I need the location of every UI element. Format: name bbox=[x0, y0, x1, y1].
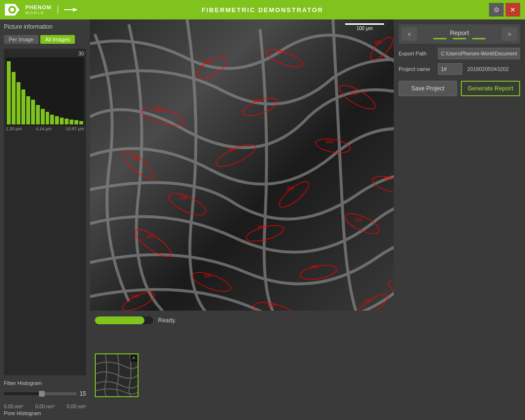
histogram-max-value: 30 bbox=[6, 51, 84, 56]
report-next-button[interactable]: > bbox=[502, 27, 517, 41]
pore-values: 0.00 nm² 0.00 nm² 0.00 nm² bbox=[4, 404, 86, 409]
report-dot-2 bbox=[453, 38, 466, 39]
thumbnail-1[interactable]: ✕ bbox=[95, 353, 139, 397]
scale-bar: 100 μm bbox=[345, 23, 384, 31]
hist-label-mid: 4.14 μm bbox=[36, 126, 52, 131]
scale-bar-line bbox=[345, 23, 384, 25]
svg-text:200: 200 bbox=[326, 140, 333, 144]
report-prev-button[interactable]: < bbox=[402, 27, 417, 41]
report-nav: < Report > bbox=[399, 24, 520, 44]
svg-text:200: 200 bbox=[374, 40, 382, 45]
status-bar: Ready. bbox=[90, 311, 394, 330]
histogram-bar bbox=[50, 115, 54, 124]
histogram-bar bbox=[60, 118, 64, 124]
export-path-label: Export Path bbox=[399, 51, 435, 56]
report-dots bbox=[417, 38, 502, 39]
project-date: 20180205043202 bbox=[467, 66, 509, 72]
logo-separator bbox=[57, 5, 58, 14]
logo-phenom-text: PHENOM bbox=[25, 4, 52, 11]
hist-label-max: 10.87 μm bbox=[66, 126, 84, 131]
save-project-button[interactable]: Save Project bbox=[399, 81, 457, 96]
svg-text:200: 200 bbox=[267, 303, 275, 308]
close-button[interactable]: ✕ bbox=[506, 3, 520, 17]
svg-text:200: 200 bbox=[277, 50, 284, 54]
fiber-slider[interactable]: 15 bbox=[4, 390, 86, 397]
histogram-bar bbox=[7, 61, 11, 124]
project-name-input[interactable] bbox=[438, 63, 462, 75]
progress-bar-fill bbox=[95, 316, 144, 324]
svg-text:200: 200 bbox=[258, 225, 265, 229]
histogram-bar bbox=[70, 120, 73, 124]
tab-row: Per Image All Images bbox=[4, 35, 86, 44]
pore-section: 0.00 nm² 0.00 nm² 0.00 nm² Pore Histogra… bbox=[4, 404, 86, 416]
histogram-bar bbox=[12, 72, 16, 124]
thumbnail-close[interactable]: ✕ bbox=[130, 355, 137, 362]
logo-icon bbox=[5, 4, 19, 16]
svg-text:200: 200 bbox=[156, 108, 163, 113]
logo-arrow-icon bbox=[64, 7, 78, 12]
export-path-input[interactable] bbox=[438, 48, 520, 59]
tab-per-image[interactable]: Per Image bbox=[4, 35, 38, 44]
histogram-bar bbox=[36, 105, 40, 124]
histogram-bar bbox=[65, 119, 69, 124]
svg-text:200: 200 bbox=[350, 91, 357, 96]
histogram-bar bbox=[26, 96, 30, 124]
export-row: Export Path bbox=[399, 48, 520, 59]
logo-world-text: WORLD bbox=[25, 11, 52, 16]
center-area: 200 200 200 200 200 200 200 200 200 200 … bbox=[90, 19, 394, 420]
fiber-histogram-label: Fiber Histogram bbox=[4, 380, 86, 386]
svg-point-1 bbox=[10, 8, 14, 12]
app-logo: PHENOM WORLD bbox=[5, 4, 78, 16]
fiber-slider-value: 15 bbox=[80, 390, 86, 397]
histogram-bar bbox=[55, 116, 59, 124]
report-label: Report bbox=[417, 29, 502, 36]
svg-point-9 bbox=[336, 81, 379, 113]
generate-report-button[interactable]: Generate Report bbox=[461, 81, 520, 96]
tab-all-images[interactable]: All Images bbox=[40, 35, 75, 44]
settings-button[interactable]: ⚙ bbox=[489, 3, 504, 17]
pore-val-1: 0.00 nm² bbox=[4, 404, 23, 409]
svg-text:200: 200 bbox=[365, 298, 372, 303]
histogram-labels: 1.20 μm 4.14 μm 10.87 μm bbox=[6, 126, 84, 131]
histogram-bar bbox=[79, 121, 83, 124]
histogram-bar bbox=[21, 89, 25, 124]
svg-text:200: 200 bbox=[131, 157, 139, 161]
svg-text:200: 200 bbox=[204, 59, 211, 64]
picture-info-label: Picture information bbox=[4, 23, 86, 30]
svg-text:200: 200 bbox=[180, 195, 187, 200]
pore-val-2: 0.00 nm² bbox=[35, 404, 54, 409]
fiber-slider-track bbox=[4, 392, 77, 395]
sem-image-container: 200 200 200 200 200 200 200 200 200 200 … bbox=[90, 19, 394, 311]
report-dot-3 bbox=[472, 38, 486, 39]
histogram-bar bbox=[17, 82, 20, 124]
svg-text:200: 200 bbox=[287, 186, 294, 191]
histogram-bars bbox=[6, 57, 84, 125]
app-title: FIBERMETRIC DEMONSTRATOR bbox=[202, 6, 323, 14]
titlebar: PHENOM WORLD FIBERMETRIC DEMONSTRATOR ⚙ … bbox=[0, 0, 525, 19]
right-panel: < Report > Export Path Project name bbox=[394, 19, 525, 420]
progress-bar bbox=[95, 316, 153, 324]
svg-text:200: 200 bbox=[253, 98, 260, 103]
fiber-overlay: 200 200 200 200 200 200 200 200 200 200 … bbox=[90, 19, 394, 311]
report-nav-top: < Report > bbox=[402, 27, 517, 41]
thumbnail-strip: ✕ bbox=[90, 330, 394, 420]
hist-label-min: 1.20 μm bbox=[6, 126, 22, 131]
status-text: Ready. bbox=[158, 317, 176, 324]
svg-text:200: 200 bbox=[355, 217, 362, 222]
histogram-bar bbox=[31, 100, 35, 124]
report-dot-1 bbox=[433, 38, 447, 39]
svg-marker-3 bbox=[73, 8, 78, 12]
svg-text:200: 200 bbox=[146, 234, 153, 239]
scale-bar-label: 100 μm bbox=[356, 26, 373, 31]
project-row: Project name 20180205043202 bbox=[399, 63, 520, 75]
titlebar-controls: ⚙ ✕ bbox=[489, 3, 520, 17]
fiber-slider-thumb[interactable] bbox=[39, 391, 45, 397]
svg-text:200: 200 bbox=[228, 147, 236, 152]
histogram-section: 30 1.20 μm 4.14 μm 10.87 μm bbox=[4, 49, 86, 375]
svg-point-11 bbox=[120, 148, 158, 182]
pore-val-3: 0.00 nm² bbox=[67, 404, 86, 409]
left-panel: Picture information Per Image All Images… bbox=[0, 19, 90, 420]
svg-point-15 bbox=[166, 189, 209, 220]
svg-text:200: 200 bbox=[384, 176, 391, 181]
project-name-label: Project name bbox=[399, 66, 435, 72]
